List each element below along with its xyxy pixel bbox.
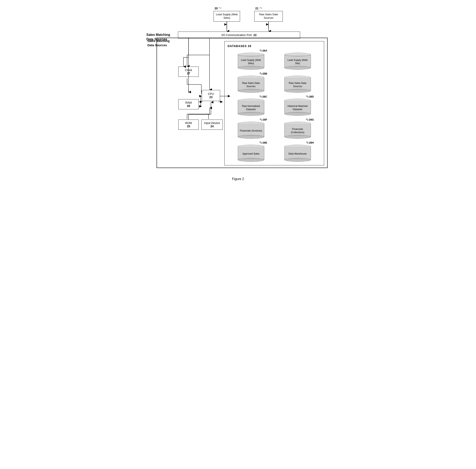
ext-lead-supply: 20 〜 Lead Supply (Web Sites): [213, 6, 240, 29]
db-ref-28F: ∿28F: [259, 117, 267, 122]
cylinder-28E: ∿28E Approved Sales: [238, 145, 264, 162]
databases-title: DATABASES 28: [228, 44, 321, 48]
cylinder-28B2: Raw Sales Data Sources: [284, 76, 311, 93]
db-row-3: ∿28F Financials (Invoices) ∿28G Financia…: [228, 122, 321, 139]
db-ref-28B: ∿28B: [259, 71, 267, 76]
cylinder-28C: ∿28C Raw Normalized Datasets: [238, 99, 264, 116]
db-ref-28D: ∿28D: [306, 94, 314, 99]
input-device-box: Input Device 24: [201, 119, 223, 130]
cylinder-28H: ∿28H Data Warehouse: [284, 145, 311, 162]
databases-section: DATABASES 28 ∿28A Lead Supply (Web Sites…: [224, 41, 324, 165]
cylinder-28A2: Lead Supply (Web Site): [284, 53, 311, 70]
svg-line-28: [199, 101, 202, 105]
ext-raw-sales-box: Raw Sales Date Sources: [254, 11, 283, 22]
main-title-label: Sales Matching Data Sources: [146, 38, 175, 48]
ext-lead-supply-box: Lead Supply (Web Sites): [213, 11, 240, 22]
db-row-0: ∿28A Lead Supply (Web Sites) Lead Supply…: [228, 53, 321, 70]
figure-caption: Figure 2: [146, 177, 330, 181]
db-ref-28C: ∿28C: [259, 94, 267, 99]
cylinder-28D: ∿28D Historical Matched Datasets: [284, 99, 311, 116]
io-port-bar: I/O Communication Port 22: [178, 32, 300, 38]
ext-raw-sales: 21 〜 Raw Sales Date Sources: [254, 6, 283, 29]
db-row-4: ∿28E Approved Sales ∿28H Data Warehouse: [228, 145, 321, 162]
cylinder-28B: ∿28B Raw Sales Data Sources: [238, 76, 264, 93]
db-row-2: ∿28C Raw Normalized Datasets ∿28D Histor…: [228, 99, 321, 116]
db-ref-28E: ∿28E: [259, 140, 267, 145]
cylinder-28F: ∿28F Financials (Invoices): [238, 122, 264, 139]
db-ref-28A: ∿28A: [259, 48, 267, 53]
main-outer-box: Clock 27 RAM 26 CPU 23 ROM 25 Input Devi…: [157, 38, 328, 168]
db-ref-28G: ∿28G: [306, 117, 314, 122]
cpu-box: CPU 23: [202, 90, 220, 101]
db-ref-28H: ∿28H: [306, 140, 314, 145]
clock-box: Clock 27: [178, 67, 199, 77]
rom-box: ROM 25: [178, 119, 199, 130]
db-row-1: ∿28B Raw Sales Data Sources Raw Sales Da…: [228, 76, 321, 93]
cylinder-28G: ∿28G Financials (Collections): [284, 122, 311, 139]
cylinder-28A: ∿28A Lead Supply (Web Sites): [238, 53, 264, 70]
ram-box: RAM 26: [178, 99, 199, 109]
